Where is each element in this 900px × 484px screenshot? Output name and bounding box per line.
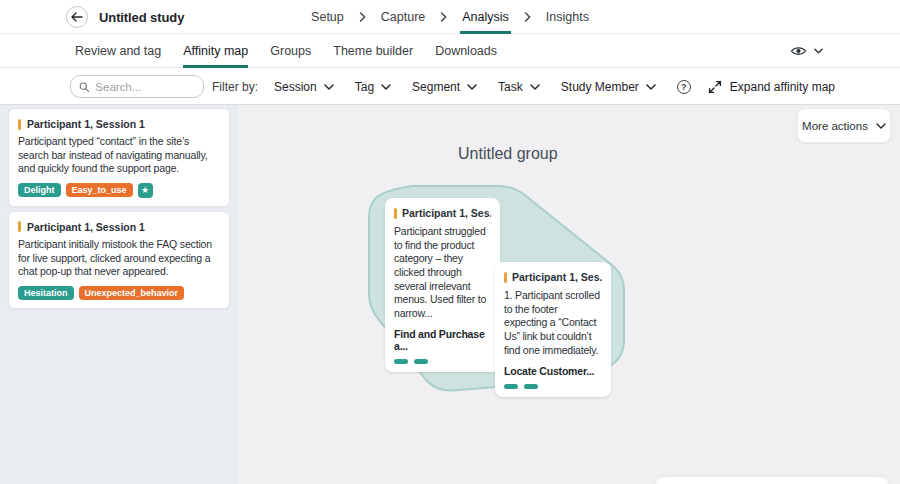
study-title: Untitled study (99, 0, 184, 34)
tab-downloads[interactable]: Downloads (435, 34, 497, 68)
tab-theme-builder[interactable]: Theme builder (333, 34, 413, 68)
filter-study-member-dropdown[interactable]: Study Member (561, 80, 656, 94)
back-arrow-icon (71, 12, 83, 22)
search-input[interactable] (95, 81, 195, 93)
note-card[interactable]: Participant 1, Session 1 Participant typ… (8, 108, 230, 207)
note-header-label: Participant 1, Session 1 (27, 221, 145, 233)
view-options-menu[interactable] (790, 34, 823, 68)
star-icon: ★ (141, 185, 149, 195)
task-label: Locate Customer... (504, 365, 602, 377)
expand-affinity-map-label: Expand affinity map (730, 80, 835, 94)
group-note-card[interactable]: Participant 1, Ses... 1. Participant scr… (495, 262, 611, 397)
filter-segment-label: Segment (412, 80, 460, 94)
note-body-text: 1. Participant scrolled to the footer ex… (504, 289, 602, 357)
tag-stub (394, 359, 408, 364)
note-color-marker (18, 221, 21, 232)
note-body-text: Participant struggled to find the produc… (394, 225, 491, 320)
tag-stub (414, 359, 428, 364)
chevron-down-icon (324, 84, 334, 90)
task-label: Find and Purchase a... (394, 328, 491, 352)
workflow-steps: Setup Capture Analysis Insights (309, 0, 591, 34)
tag-stub (524, 384, 538, 389)
tag-pill[interactable]: Hesitation (18, 286, 74, 300)
chevron-right-icon (524, 12, 531, 22)
search-box[interactable] (70, 75, 204, 98)
top-bar: Untitled study Setup Capture Analysis In… (0, 0, 900, 34)
chevron-down-icon (814, 48, 823, 54)
back-button[interactable] (66, 6, 88, 28)
main-area: Participant 1, Session 1 Participant typ… (0, 105, 900, 484)
step-capture[interactable]: Capture (379, 0, 427, 34)
bottom-panel-partial (656, 477, 888, 484)
note-color-marker (504, 272, 507, 283)
chevron-right-icon (359, 12, 366, 22)
notes-panel: Participant 1, Session 1 Participant typ… (0, 105, 238, 484)
tag-pill[interactable]: Easy_to_use (66, 183, 133, 197)
note-header-label: Participant 1, Session 1 (27, 118, 145, 130)
filter-session-label: Session (274, 80, 317, 94)
tag-stub (504, 384, 518, 389)
step-setup[interactable]: Setup (309, 0, 346, 34)
group-note-card[interactable]: Participant 1, Ses... Participant strugg… (385, 198, 500, 372)
note-header-label: Participant 1, Ses... (512, 271, 602, 283)
step-insights[interactable]: Insights (544, 0, 591, 34)
tab-groups[interactable]: Groups (270, 34, 311, 68)
tab-affinity-map[interactable]: Affinity map (183, 34, 248, 68)
note-color-marker (394, 208, 397, 219)
expand-affinity-map-button[interactable]: Expand affinity map (708, 80, 835, 94)
eye-icon (790, 45, 807, 57)
app-window: Untitled study Setup Capture Analysis In… (0, 0, 900, 484)
chevron-down-icon (646, 84, 656, 90)
filter-segment-dropdown[interactable]: Segment (412, 80, 477, 94)
step-analysis[interactable]: Analysis (460, 0, 511, 34)
note-header-label: Participant 1, Ses... (402, 207, 491, 219)
chevron-right-icon (440, 12, 447, 22)
tag-pill[interactable]: Unexpected_behavior (79, 286, 185, 300)
filter-toolbar: Filter by: Session Tag Segment Task Stud… (0, 68, 900, 105)
tab-review-and-tag[interactable]: Review and tag (75, 34, 161, 68)
tag-pill[interactable]: Delight (18, 183, 61, 197)
filter-session-dropdown[interactable]: Session (274, 80, 334, 94)
note-body-text: Participant initially mistook the FAQ se… (18, 238, 220, 279)
analysis-tab-bar: Review and tag Affinity map Groups Theme… (0, 34, 900, 68)
note-color-marker (18, 119, 21, 130)
filter-task-dropdown[interactable]: Task (498, 80, 540, 94)
chevron-down-icon (530, 84, 540, 90)
filter-tag-label: Tag (355, 80, 374, 94)
expand-icon (708, 80, 722, 94)
note-card[interactable]: Participant 1, Session 1 Participant ini… (8, 211, 230, 309)
filter-study-member-label: Study Member (561, 80, 639, 94)
filter-task-label: Task (498, 80, 523, 94)
help-icon[interactable]: ? (677, 80, 691, 94)
chevron-down-icon (467, 84, 477, 90)
affinity-map-canvas[interactable]: Untitled group More actions Participant … (238, 105, 900, 484)
chevron-down-icon (381, 84, 391, 90)
note-body-text: Participant typed “contact” in the site’… (18, 135, 220, 176)
star-badge[interactable]: ★ (138, 183, 153, 198)
filter-by-label: Filter by: (212, 80, 258, 94)
search-icon (79, 81, 89, 93)
filter-tag-dropdown[interactable]: Tag (355, 80, 391, 94)
